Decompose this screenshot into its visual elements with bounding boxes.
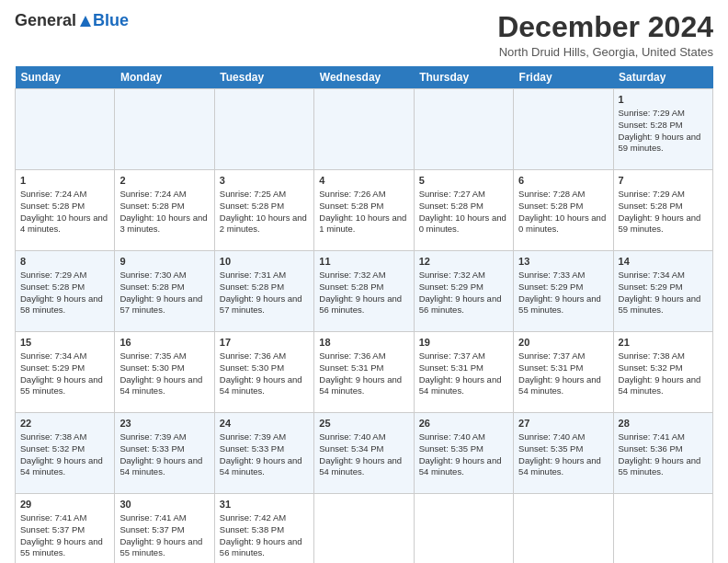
calendar-cell: 28Sunrise: 7:41 AMSunset: 5:36 PMDayligh…	[613, 413, 712, 494]
sunset: Sunset: 5:28 PM	[119, 201, 209, 213]
daylight: Daylight: 9 hours and 54 minutes.	[619, 374, 708, 398]
sunrise: Sunrise: 7:28 AM	[518, 189, 608, 201]
header-row: SundayMondayTuesdayWednesdayThursdayFrid…	[16, 66, 713, 89]
day-number: 23	[119, 417, 209, 431]
day-number: 18	[319, 336, 408, 350]
week-row-4: 15Sunrise: 7:34 AMSunset: 5:29 PMDayligh…	[16, 332, 713, 413]
day-number: 1	[20, 174, 109, 188]
sunset: Sunset: 5:32 PM	[20, 443, 109, 455]
sunset: Sunset: 5:35 PM	[419, 443, 508, 455]
header-right: December 2024 North Druid Hills, Georgia…	[497, 11, 713, 59]
calendar-cell: 18Sunrise: 7:36 AMSunset: 5:31 PMDayligh…	[314, 332, 414, 413]
calendar-cell: 22Sunrise: 7:38 AMSunset: 5:32 PMDayligh…	[16, 413, 115, 494]
sunset: Sunset: 5:28 PM	[619, 201, 708, 213]
sunset: Sunset: 5:29 PM	[619, 282, 708, 293]
daylight: Daylight: 9 hours and 54 minutes.	[220, 374, 309, 398]
sunset: Sunset: 5:29 PM	[20, 362, 109, 374]
sunset: Sunset: 5:37 PM	[20, 524, 109, 536]
daylight: Daylight: 9 hours and 59 minutes.	[619, 132, 708, 155]
col-header-tuesday: Tuesday	[214, 66, 313, 89]
day-number: 10	[220, 255, 309, 269]
day-number: 22	[20, 417, 109, 431]
sunset: Sunset: 5:30 PM	[220, 362, 309, 374]
sunrise: Sunrise: 7:41 AM	[20, 512, 109, 524]
calendar-cell: 30Sunrise: 7:41 AMSunset: 5:37 PMDayligh…	[115, 494, 214, 563]
day-number: 15	[20, 336, 109, 350]
month-title: December 2024	[497, 11, 713, 43]
calendar-cell: 7Sunrise: 7:29 AMSunset: 5:28 PMDaylight…	[613, 170, 712, 251]
day-number: 4	[319, 174, 408, 188]
sunrise: Sunrise: 7:40 AM	[419, 431, 508, 443]
logo-blue: Blue	[93, 11, 129, 30]
daylight: Daylight: 9 hours and 55 minutes.	[119, 536, 209, 560]
week-row-3: 8Sunrise: 7:29 AMSunset: 5:28 PMDaylight…	[16, 251, 713, 332]
sunset: Sunset: 5:28 PM	[419, 201, 508, 213]
sunrise: Sunrise: 7:24 AM	[119, 189, 209, 201]
calendar-cell	[16, 89, 115, 170]
sunset: Sunset: 5:28 PM	[20, 201, 109, 213]
sunrise: Sunrise: 7:41 AM	[119, 512, 209, 524]
sunrise: Sunrise: 7:38 AM	[20, 431, 109, 443]
calendar-cell	[314, 89, 414, 170]
sunrise: Sunrise: 7:29 AM	[20, 270, 109, 282]
day-number: 25	[319, 417, 408, 431]
calendar-cell: 9Sunrise: 7:30 AMSunset: 5:28 PMDaylight…	[115, 251, 214, 332]
day-number: 3	[220, 174, 309, 188]
sunrise: Sunrise: 7:25 AM	[220, 189, 309, 201]
sunset: Sunset: 5:28 PM	[220, 282, 309, 293]
daylight: Daylight: 9 hours and 59 minutes.	[619, 213, 708, 236]
sunrise: Sunrise: 7:32 AM	[419, 270, 508, 282]
daylight: Daylight: 9 hours and 55 minutes.	[20, 374, 109, 398]
svg-marker-0	[80, 16, 91, 27]
calendar-cell: 17Sunrise: 7:36 AMSunset: 5:30 PMDayligh…	[214, 332, 313, 413]
calendar-cell: 5Sunrise: 7:27 AMSunset: 5:28 PMDaylight…	[414, 170, 513, 251]
daylight: Daylight: 9 hours and 54 minutes.	[419, 455, 508, 479]
calendar-cell: 12Sunrise: 7:32 AMSunset: 5:29 PMDayligh…	[414, 251, 513, 332]
daylight: Daylight: 10 hours and 3 minutes.	[119, 213, 209, 236]
sunrise: Sunrise: 7:30 AM	[119, 270, 209, 282]
calendar-cell	[314, 494, 414, 563]
daylight: Daylight: 9 hours and 57 minutes.	[220, 293, 309, 317]
daylight: Daylight: 9 hours and 54 minutes.	[220, 455, 309, 479]
daylight: Daylight: 9 hours and 58 minutes.	[20, 293, 109, 317]
calendar-cell: 29Sunrise: 7:41 AMSunset: 5:37 PMDayligh…	[16, 494, 115, 563]
sunset: Sunset: 5:28 PM	[319, 201, 408, 213]
calendar-cell	[115, 89, 214, 170]
day-number: 27	[518, 417, 608, 431]
col-header-sunday: Sunday	[16, 66, 115, 89]
sunrise: Sunrise: 7:34 AM	[619, 270, 708, 282]
sunset: Sunset: 5:28 PM	[319, 282, 408, 293]
sunrise: Sunrise: 7:39 AM	[220, 431, 309, 443]
week-row-1: 1Sunrise: 7:29 AMSunset: 5:28 PMDaylight…	[16, 89, 713, 170]
sunrise: Sunrise: 7:38 AM	[619, 350, 708, 362]
calendar-cell: 25Sunrise: 7:40 AMSunset: 5:34 PMDayligh…	[314, 413, 414, 494]
sunrise: Sunrise: 7:37 AM	[518, 350, 608, 362]
daylight: Daylight: 9 hours and 54 minutes.	[518, 374, 608, 398]
sunset: Sunset: 5:36 PM	[619, 443, 708, 455]
calendar-cell: 27Sunrise: 7:40 AMSunset: 5:35 PMDayligh…	[514, 413, 613, 494]
sunset: Sunset: 5:30 PM	[119, 362, 209, 374]
sunset: Sunset: 5:31 PM	[319, 362, 408, 374]
logo-text: General Blue	[15, 11, 129, 30]
daylight: Daylight: 9 hours and 54 minutes.	[119, 374, 209, 398]
day-number: 5	[419, 174, 508, 188]
sunrise: Sunrise: 7:36 AM	[319, 350, 408, 362]
page: General Blue December 2024 North Druid H…	[0, 0, 728, 563]
daylight: Daylight: 9 hours and 57 minutes.	[119, 293, 209, 317]
calendar-cell: 21Sunrise: 7:38 AMSunset: 5:32 PMDayligh…	[613, 332, 712, 413]
sunrise: Sunrise: 7:32 AM	[319, 270, 408, 282]
calendar-cell	[414, 89, 513, 170]
sunset: Sunset: 5:35 PM	[518, 443, 608, 455]
calendar-cell	[514, 89, 613, 170]
day-number: 28	[619, 417, 708, 431]
sunset: Sunset: 5:28 PM	[220, 201, 309, 213]
daylight: Daylight: 9 hours and 54 minutes.	[319, 455, 408, 479]
calendar-cell: 11Sunrise: 7:32 AMSunset: 5:28 PMDayligh…	[314, 251, 414, 332]
header: General Blue December 2024 North Druid H…	[15, 11, 713, 59]
col-header-monday: Monday	[115, 66, 214, 89]
sunset: Sunset: 5:28 PM	[119, 282, 209, 293]
daylight: Daylight: 10 hours and 1 minute.	[319, 213, 408, 236]
sunset: Sunset: 5:28 PM	[619, 120, 708, 132]
sunset: Sunset: 5:33 PM	[220, 443, 309, 455]
sunset: Sunset: 5:28 PM	[20, 282, 109, 293]
